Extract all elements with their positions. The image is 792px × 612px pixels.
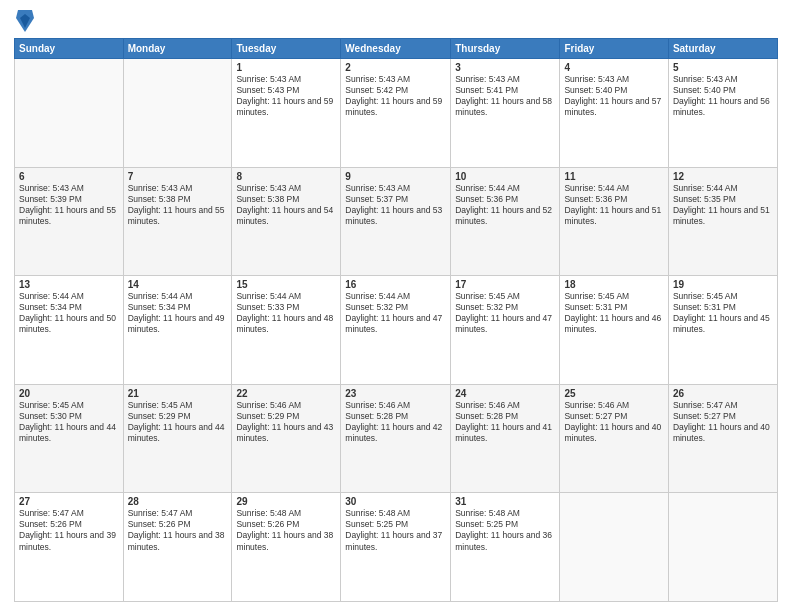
daylight-text: Daylight: 11 hours and 54 minutes. [236,205,333,226]
daylight-text: Daylight: 11 hours and 49 minutes. [128,313,225,334]
daylight-text: Daylight: 11 hours and 40 minutes. [564,422,661,443]
sunset-text: Sunset: 5:31 PM [673,302,736,312]
daylight-text: Daylight: 11 hours and 51 minutes. [673,205,770,226]
day-info: Sunrise: 5:44 AM Sunset: 5:36 PM Dayligh… [564,183,663,227]
day-info: Sunrise: 5:44 AM Sunset: 5:34 PM Dayligh… [128,291,228,335]
daylight-text: Daylight: 11 hours and 51 minutes. [564,205,661,226]
day-info: Sunrise: 5:45 AM Sunset: 5:31 PM Dayligh… [673,291,773,335]
calendar-cell: 12 Sunrise: 5:44 AM Sunset: 5:35 PM Dayl… [668,167,777,276]
sunset-text: Sunset: 5:42 PM [345,85,408,95]
sunset-text: Sunset: 5:34 PM [128,302,191,312]
sunset-text: Sunset: 5:27 PM [673,411,736,421]
sunrise-text: Sunrise: 5:48 AM [345,508,410,518]
daylight-text: Daylight: 11 hours and 38 minutes. [128,530,225,551]
calendar-cell: 7 Sunrise: 5:43 AM Sunset: 5:38 PM Dayli… [123,167,232,276]
calendar-cell: 26 Sunrise: 5:47 AM Sunset: 5:27 PM Dayl… [668,384,777,493]
calendar-page: SundayMondayTuesdayWednesdayThursdayFrid… [0,0,792,612]
day-info: Sunrise: 5:45 AM Sunset: 5:29 PM Dayligh… [128,400,228,444]
calendar-cell: 31 Sunrise: 5:48 AM Sunset: 5:25 PM Dayl… [451,493,560,602]
daylight-text: Daylight: 11 hours and 45 minutes. [673,313,770,334]
day-info: Sunrise: 5:43 AM Sunset: 5:38 PM Dayligh… [128,183,228,227]
sunrise-text: Sunrise: 5:44 AM [673,183,738,193]
calendar-cell: 21 Sunrise: 5:45 AM Sunset: 5:29 PM Dayl… [123,384,232,493]
day-number: 2 [345,62,446,73]
day-info: Sunrise: 5:43 AM Sunset: 5:37 PM Dayligh… [345,183,446,227]
sunset-text: Sunset: 5:26 PM [19,519,82,529]
day-number: 31 [455,496,555,507]
sunrise-text: Sunrise: 5:44 AM [345,291,410,301]
day-number: 7 [128,171,228,182]
weekday-header-thursday: Thursday [451,39,560,59]
calendar-cell: 17 Sunrise: 5:45 AM Sunset: 5:32 PM Dayl… [451,276,560,385]
day-info: Sunrise: 5:48 AM Sunset: 5:26 PM Dayligh… [236,508,336,552]
daylight-text: Daylight: 11 hours and 59 minutes. [236,96,333,117]
day-number: 4 [564,62,663,73]
daylight-text: Daylight: 11 hours and 42 minutes. [345,422,442,443]
day-number: 16 [345,279,446,290]
calendar-cell: 28 Sunrise: 5:47 AM Sunset: 5:26 PM Dayl… [123,493,232,602]
week-row-5: 27 Sunrise: 5:47 AM Sunset: 5:26 PM Dayl… [15,493,778,602]
day-number: 6 [19,171,119,182]
logo-icon [16,10,34,32]
calendar-cell [668,493,777,602]
weekday-header-friday: Friday [560,39,668,59]
day-info: Sunrise: 5:48 AM Sunset: 5:25 PM Dayligh… [455,508,555,552]
sunset-text: Sunset: 5:32 PM [345,302,408,312]
daylight-text: Daylight: 11 hours and 58 minutes. [455,96,552,117]
sunrise-text: Sunrise: 5:46 AM [455,400,520,410]
day-number: 1 [236,62,336,73]
sunrise-text: Sunrise: 5:48 AM [236,508,301,518]
day-info: Sunrise: 5:45 AM Sunset: 5:32 PM Dayligh… [455,291,555,335]
weekday-header-saturday: Saturday [668,39,777,59]
day-info: Sunrise: 5:46 AM Sunset: 5:29 PM Dayligh… [236,400,336,444]
sunset-text: Sunset: 5:38 PM [128,194,191,204]
day-number: 19 [673,279,773,290]
week-row-1: 1 Sunrise: 5:43 AM Sunset: 5:43 PM Dayli… [15,59,778,168]
weekday-header-monday: Monday [123,39,232,59]
calendar-cell: 27 Sunrise: 5:47 AM Sunset: 5:26 PM Dayl… [15,493,124,602]
calendar-cell: 14 Sunrise: 5:44 AM Sunset: 5:34 PM Dayl… [123,276,232,385]
sunset-text: Sunset: 5:38 PM [236,194,299,204]
sunrise-text: Sunrise: 5:43 AM [345,183,410,193]
calendar-table: SundayMondayTuesdayWednesdayThursdayFrid… [14,38,778,602]
sunrise-text: Sunrise: 5:47 AM [19,508,84,518]
sunrise-text: Sunrise: 5:44 AM [236,291,301,301]
day-number: 20 [19,388,119,399]
logo [14,14,34,32]
sunset-text: Sunset: 5:25 PM [455,519,518,529]
sunrise-text: Sunrise: 5:43 AM [673,74,738,84]
weekday-header-row: SundayMondayTuesdayWednesdayThursdayFrid… [15,39,778,59]
sunrise-text: Sunrise: 5:43 AM [236,74,301,84]
calendar-cell: 22 Sunrise: 5:46 AM Sunset: 5:29 PM Dayl… [232,384,341,493]
daylight-text: Daylight: 11 hours and 52 minutes. [455,205,552,226]
day-info: Sunrise: 5:44 AM Sunset: 5:34 PM Dayligh… [19,291,119,335]
sunrise-text: Sunrise: 5:43 AM [564,74,629,84]
day-number: 13 [19,279,119,290]
sunset-text: Sunset: 5:39 PM [19,194,82,204]
daylight-text: Daylight: 11 hours and 37 minutes. [345,530,442,551]
calendar-cell: 29 Sunrise: 5:48 AM Sunset: 5:26 PM Dayl… [232,493,341,602]
sunset-text: Sunset: 5:36 PM [564,194,627,204]
sunset-text: Sunset: 5:32 PM [455,302,518,312]
day-number: 14 [128,279,228,290]
day-number: 12 [673,171,773,182]
daylight-text: Daylight: 11 hours and 38 minutes. [236,530,333,551]
day-number: 8 [236,171,336,182]
daylight-text: Daylight: 11 hours and 44 minutes. [19,422,116,443]
day-number: 15 [236,279,336,290]
calendar-cell: 6 Sunrise: 5:43 AM Sunset: 5:39 PM Dayli… [15,167,124,276]
day-info: Sunrise: 5:46 AM Sunset: 5:28 PM Dayligh… [345,400,446,444]
header [14,10,778,32]
calendar-cell: 25 Sunrise: 5:46 AM Sunset: 5:27 PM Dayl… [560,384,668,493]
sunrise-text: Sunrise: 5:43 AM [128,183,193,193]
calendar-cell: 4 Sunrise: 5:43 AM Sunset: 5:40 PM Dayli… [560,59,668,168]
daylight-text: Daylight: 11 hours and 48 minutes. [236,313,333,334]
sunset-text: Sunset: 5:28 PM [345,411,408,421]
calendar-cell: 2 Sunrise: 5:43 AM Sunset: 5:42 PM Dayli… [341,59,451,168]
weekday-header-tuesday: Tuesday [232,39,341,59]
weekday-header-sunday: Sunday [15,39,124,59]
sunset-text: Sunset: 5:36 PM [455,194,518,204]
day-number: 9 [345,171,446,182]
calendar-cell: 15 Sunrise: 5:44 AM Sunset: 5:33 PM Dayl… [232,276,341,385]
sunset-text: Sunset: 5:41 PM [455,85,518,95]
